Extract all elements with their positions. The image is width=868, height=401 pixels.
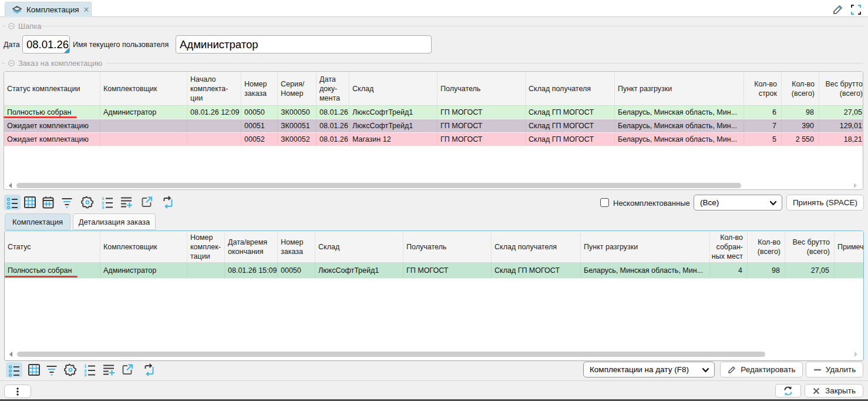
svg-text:3: 3 bbox=[102, 205, 105, 209]
svg-text:3: 3 bbox=[84, 372, 87, 377]
